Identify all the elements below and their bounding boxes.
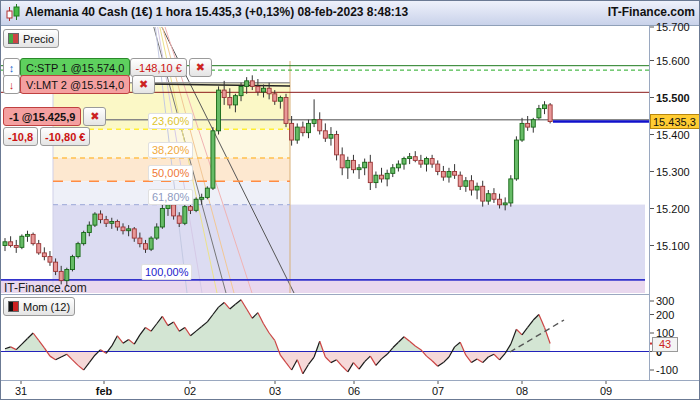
candle-down [284, 98, 288, 124]
candle-down [267, 88, 271, 94]
candle-up [217, 90, 221, 131]
candle-down [144, 244, 148, 250]
time-axis-label: 02 [178, 385, 202, 397]
candle-up [70, 257, 74, 270]
candle-down [172, 205, 176, 216]
mom-area-negative [5, 300, 550, 374]
candle-down [188, 207, 192, 211]
candle-down [368, 162, 372, 182]
position-pnl-points: -10,8 [3, 127, 38, 146]
price-axis-label: 15.600 [656, 55, 690, 67]
candle-up [425, 159, 429, 165]
order-row-lmt[interactable]: ↓ V:LMT 2 @15.514,0 ✖ [3, 75, 155, 94]
candle-down [59, 271, 63, 280]
position-pnl-row: -10,8 -10,80 € [3, 127, 90, 146]
price-axis-divider [649, 26, 650, 380]
candle-up [396, 164, 400, 168]
candle-down [441, 172, 445, 178]
candle-up [329, 135, 333, 139]
fib-label: 100,00% [141, 264, 192, 280]
order-stp-close-icon[interactable]: ✖ [189, 58, 212, 77]
candle-up [233, 96, 237, 105]
mom-axis-label: 200 [656, 309, 674, 321]
candle-up [520, 123, 524, 140]
candle-down [526, 123, 530, 127]
candle-down [121, 227, 125, 231]
time-axis-label: 07 [426, 385, 450, 397]
candle-up [385, 173, 389, 179]
candle-up [391, 168, 395, 174]
candle-up [486, 194, 490, 201]
window-title: Alemania 40 Cash (1€) 1 hora 15.435,3 (+… [25, 5, 408, 19]
candle-down [323, 131, 327, 138]
candle-up [82, 233, 86, 244]
candle-down [14, 246, 18, 248]
mom-axis-label: -100 [656, 364, 678, 376]
time-axis-label: 03 [263, 385, 287, 397]
fib-label: 38,20% [148, 142, 193, 158]
candle-down [250, 81, 254, 87]
candle-up [537, 109, 541, 118]
candle-up [76, 244, 80, 257]
candle-down [54, 262, 58, 271]
order-lmt-close-icon[interactable]: ✖ [132, 75, 155, 94]
candle-up [155, 227, 159, 238]
candle-down [340, 155, 344, 168]
candle-up [166, 205, 170, 209]
candle-up [194, 199, 198, 210]
fib-label: 23,60% [148, 113, 193, 129]
candle-up [447, 172, 451, 178]
candle-up [262, 88, 266, 92]
candle-down [104, 220, 108, 224]
price-legend-icon [8, 33, 19, 44]
position-pnl-cash: -10,80 € [40, 127, 90, 146]
position-close-icon[interactable]: ✖ [83, 107, 106, 126]
candle-up [20, 236, 24, 247]
candle-up [200, 197, 204, 199]
candle-down [177, 216, 181, 223]
candle-up [514, 140, 518, 179]
candle-down [42, 253, 46, 257]
position-row[interactable]: -1 @15.425,9 ✖ [3, 107, 106, 126]
candle-up [464, 181, 468, 187]
candle-up [503, 203, 507, 205]
candle-down [256, 86, 260, 92]
order-lmt-label[interactable]: V:LMT 2 @15.514,0 [20, 75, 130, 94]
candle-down [436, 164, 440, 171]
candle-down [481, 186, 485, 201]
time-axis-divider [1, 380, 700, 381]
time-axis-label: 06 [342, 385, 366, 397]
candle-down [31, 234, 35, 243]
candle-up [408, 157, 412, 159]
pane-separator[interactable] [1, 294, 649, 295]
candle-down [498, 199, 502, 205]
position-label[interactable]: -1 @15.425,9 [3, 107, 81, 126]
price-legend-label: Precio [23, 33, 54, 45]
candle-up [363, 162, 367, 168]
candlestick-logo-icon [6, 4, 22, 23]
candle-up [205, 188, 209, 197]
candle-down [222, 90, 226, 97]
candle-down [228, 98, 232, 105]
candle-down [273, 94, 277, 101]
candle-up [149, 238, 153, 249]
candle-up [127, 229, 131, 231]
mom-legend-icon [8, 301, 19, 312]
price-legend-tag[interactable]: Precio [3, 29, 59, 48]
candle-down [351, 160, 355, 169]
candle-up [25, 234, 29, 236]
title-bar: Alemania 40 Cash (1€) 1 hora 15.435,3 (+… [1, 1, 700, 26]
price-axis-label: 15.100 [656, 240, 690, 252]
down-arrow-icon[interactable]: ↓ [3, 75, 20, 94]
candle-up [543, 105, 547, 109]
candle-down [318, 120, 322, 131]
candle-up [509, 179, 513, 203]
price-axis-label: 15.700 [656, 21, 690, 33]
candle-up [3, 242, 7, 246]
candle-down [469, 181, 473, 190]
candle-up [93, 214, 97, 225]
candle-down [290, 123, 294, 140]
watermark: IT-Finance.com [4, 281, 87, 295]
mom-axis-label: 300 [656, 295, 674, 307]
mom-legend-tag[interactable]: Mom (12) [3, 297, 75, 316]
